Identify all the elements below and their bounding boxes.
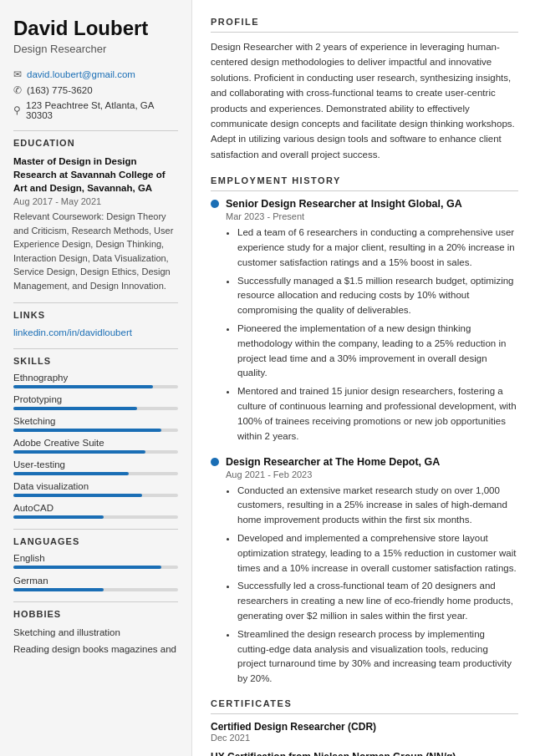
job-bullets: Led a team of 6 researchers in conductin… [226, 226, 518, 444]
skills-list: Ethnography Prototyping Sketching Adobe … [13, 373, 178, 519]
skill-label: Adobe Creative Suite [13, 438, 178, 448]
linkedin-link[interactable]: linkedin.com/in/davidloubert [13, 327, 132, 337]
skill-label: Data visualization [13, 481, 178, 491]
profile-section-label: Profile [211, 17, 518, 27]
skills-section-label: Skills [13, 356, 178, 366]
language-label: English [13, 553, 178, 563]
education-coursework: Relevant Coursework: Design Theory and C… [13, 210, 178, 292]
skill-bar-bg [13, 472, 178, 475]
skills-divider [13, 348, 178, 349]
job-bullet: Conducted an extensive market research s… [237, 484, 518, 528]
employment-divider [211, 190, 518, 191]
phone-text: (163) 775-3620 [27, 85, 93, 95]
language-label: German [13, 576, 178, 586]
skill-label: User-testing [13, 459, 178, 469]
skill-bar-bg [13, 407, 178, 410]
skill-bar-bg [13, 494, 178, 497]
hobbies-section-label: Hobbies [13, 609, 178, 619]
skill-bar-bg [13, 450, 178, 454]
skill-bar-fill [13, 494, 142, 497]
languages-section-label: Languages [13, 536, 178, 546]
education-section-label: Education [13, 138, 178, 148]
skill-bar-bg [13, 385, 178, 388]
education-dates: Aug 2017 - May 2021 [13, 196, 178, 206]
profile-text: Design Researcher with 2 years of experi… [211, 39, 518, 162]
employment-list: Senior Design Researcher at Insight Glob… [211, 198, 518, 687]
links-section-label: Links [13, 310, 178, 320]
cert-entry: UX Certification from Nielsen Norman Gro… [211, 751, 518, 756]
skill-row: Ethnography [13, 373, 178, 388]
certificates-section-label: Certificates [211, 698, 518, 708]
certificates-list: Certified Design Researcher (CDR)Dec 202… [211, 721, 518, 756]
job-bullet: Successfully led a cross-functional team… [237, 579, 518, 623]
skill-bar-fill [13, 429, 161, 432]
candidate-title: Design Researcher [13, 43, 178, 55]
skill-bar-fill [13, 472, 129, 475]
skill-bar-fill [13, 450, 145, 454]
address-text: 123 Peachtree St, Atlanta, GA 30303 [26, 100, 178, 120]
cert-title: UX Certification from Nielsen Norman Gro… [211, 751, 518, 756]
language-bar-bg [13, 566, 178, 569]
job-title: Senior Design Researcher at Insight Glob… [226, 198, 462, 210]
skill-bar-bg [13, 429, 178, 432]
language-bar-bg [13, 588, 178, 591]
cert-date: Dec 2021 [211, 733, 518, 743]
job-bullet: Streamlined the design research process … [237, 627, 518, 687]
job-header: Design Researcher at The Home Depot, GA [211, 456, 518, 468]
employment-section-label: Employment History [211, 175, 518, 185]
skill-bar-fill [13, 515, 104, 519]
job-bullets: Conducted an extensive market research s… [226, 484, 518, 688]
contact-email: ✉ david.loubert@gmail.com [13, 68, 178, 80]
skill-row: User-testing [13, 459, 178, 475]
languages-list: English German [13, 553, 178, 591]
job-dot [211, 200, 219, 208]
contact-address: ⚲ 123 Peachtree St, Atlanta, GA 30303 [13, 100, 178, 120]
languages-divider [13, 529, 178, 530]
skill-label: Prototyping [13, 394, 178, 404]
job-dates: Mar 2023 - Present [226, 211, 518, 221]
skill-row: Prototyping [13, 394, 178, 410]
language-bar-fill [13, 588, 104, 591]
education-divider [13, 130, 178, 131]
skill-row: Data visualization [13, 481, 178, 497]
certificates-divider [211, 713, 518, 714]
skill-row: AutoCAD [13, 503, 178, 519]
job-header: Senior Design Researcher at Insight Glob… [211, 198, 518, 210]
email-icon: ✉ [13, 68, 22, 80]
language-row: English [13, 553, 178, 569]
job-entry: Design Researcher at The Home Depot, GAA… [211, 456, 518, 688]
job-bullet: Successfully managed a $1.5 million rese… [237, 274, 518, 318]
candidate-name: David Loubert [13, 17, 178, 41]
education-degree: Master of Design in Design Research at S… [13, 155, 178, 195]
cert-entry: Certified Design Researcher (CDR)Dec 202… [211, 721, 518, 743]
linkedin-link-wrapper: linkedin.com/in/davidloubert [13, 327, 178, 338]
skill-label: Ethnography [13, 373, 178, 383]
hobbies-list: Sketching and illustrationReading design… [13, 626, 178, 657]
hobby-item: Sketching and illustration [13, 626, 178, 640]
job-bullet: Led a team of 6 researchers in conductin… [237, 226, 518, 270]
skill-label: AutoCAD [13, 503, 178, 513]
email-link[interactable]: david.loubert@gmail.com [27, 69, 135, 79]
hobby-item: Reading design books magazines and [13, 642, 178, 657]
language-row: German [13, 576, 178, 591]
skill-bar-fill [13, 407, 137, 410]
skill-label: Sketching [13, 416, 178, 426]
job-dates: Aug 2021 - Feb 2023 [226, 469, 518, 479]
hobbies-divider [13, 601, 178, 602]
job-entry: Senior Design Researcher at Insight Glob… [211, 198, 518, 444]
language-bar-fill [13, 566, 161, 569]
job-dot [211, 458, 219, 466]
job-bullet: Mentored and trained 15 junior design re… [237, 384, 518, 444]
main-content: Profile Design Researcher with 2 years o… [192, 0, 535, 756]
job-title: Design Researcher at The Home Depot, GA [226, 456, 440, 468]
skill-bar-fill [13, 385, 153, 388]
location-icon: ⚲ [13, 104, 21, 116]
skill-row: Sketching [13, 416, 178, 432]
job-bullet: Developed and implemented a comprehensiv… [237, 531, 518, 576]
phone-icon: ✆ [13, 84, 22, 96]
job-bullet: Pioneered the implementation of a new de… [237, 322, 518, 381]
sidebar: David Loubert Design Researcher ✉ david.… [0, 0, 192, 756]
skill-row: Adobe Creative Suite [13, 438, 178, 454]
cert-title: Certified Design Researcher (CDR) [211, 721, 518, 733]
skill-bar-bg [13, 515, 178, 519]
